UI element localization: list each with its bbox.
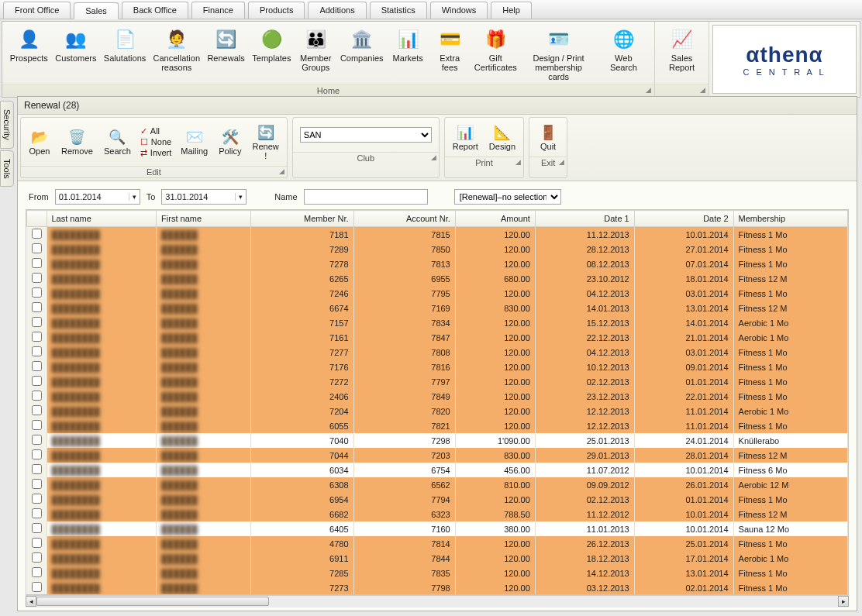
- row-checkbox[interactable]: [32, 317, 42, 327]
- from-date-input[interactable]: 01.01.2014▾: [55, 189, 140, 205]
- data-grid[interactable]: Last nameFirst nameMember Nr.Account Nr.…: [26, 209, 849, 595]
- salutations-button[interactable]: 📄Salutations: [101, 25, 149, 84]
- col-last-name[interactable]: Last name: [47, 211, 157, 227]
- table-row[interactable]: ██████████████72047820120.0012.12.201311…: [27, 404, 848, 418]
- table-row[interactable]: ██████████████72777808120.0004.12.201303…: [27, 345, 848, 360]
- table-row[interactable]: ██████████████69117844120.0018.12.201317…: [27, 551, 848, 566]
- prospects-button[interactable]: 👤Prospects: [7, 25, 51, 84]
- member-button[interactable]: 👪Member Groups: [295, 25, 336, 84]
- templates-button[interactable]: 🟢Templates: [250, 25, 295, 84]
- to-date-input[interactable]: 31.01.2014▾: [161, 189, 247, 205]
- menu-tab-windows[interactable]: Windows: [430, 2, 488, 19]
- table-row[interactable]: ██████████████72727797120.0002.12.201301…: [27, 374, 848, 389]
- remove-button[interactable]: 🗑️Remove: [57, 126, 98, 158]
- design-print-button[interactable]: 🪪Design / Print membership cards: [522, 25, 596, 84]
- gift-button[interactable]: 🎁Gift Certificates: [471, 25, 519, 84]
- table-row[interactable]: ██████████████60557821120.0012.12.201311…: [27, 418, 848, 433]
- renew-button[interactable]: 🔄Renew !: [248, 121, 284, 163]
- side-tab-security[interactable]: Security: [0, 101, 14, 149]
- cancellation-button[interactable]: 🧑‍💼Cancellation reasons: [150, 25, 203, 84]
- markets-button[interactable]: 📊Markets: [388, 25, 428, 84]
- col-check[interactable]: [27, 211, 47, 227]
- col-date-[interactable]: Date 1: [535, 211, 634, 227]
- side-tab-tools[interactable]: Tools: [0, 150, 14, 188]
- row-checkbox[interactable]: [32, 273, 42, 283]
- table-row[interactable]: ██████████████72857835120.0014.12.201313…: [27, 566, 848, 580]
- row-checkbox[interactable]: [32, 449, 42, 459]
- menu-tab-statistics[interactable]: Statistics: [370, 2, 427, 19]
- row-checkbox[interactable]: [32, 332, 42, 342]
- table-row[interactable]: ██████████████60346754456.0011.07.201210…: [27, 463, 848, 477]
- design-button[interactable]: 📐Design: [484, 121, 520, 153]
- table-row[interactable]: ██████████████71577834120.0015.12.201314…: [27, 315, 848, 330]
- mailing-button[interactable]: ✉️Mailing: [176, 126, 212, 158]
- scroll-right-icon[interactable]: ▸: [838, 596, 849, 607]
- menu-tab-finance[interactable]: Finance: [191, 2, 245, 19]
- chevron-down-icon[interactable]: ▾: [129, 193, 136, 201]
- table-row[interactable]: ██████████████72737798120.0003.12.201302…: [27, 580, 848, 595]
- col-date-[interactable]: Date 2: [634, 211, 733, 227]
- row-checkbox[interactable]: [32, 391, 42, 401]
- table-row[interactable]: ██████████████66747169830.0014.01.201313…: [27, 301, 848, 315]
- row-checkbox[interactable]: [32, 243, 42, 253]
- scroll-thumb[interactable]: [36, 597, 269, 606]
- select-all[interactable]: ✓All: [140, 126, 172, 136]
- select-none[interactable]: ☐None: [140, 137, 172, 147]
- menu-tab-products[interactable]: Products: [248, 2, 305, 19]
- table-row[interactable]: ██████████████71817815120.0011.12.201310…: [27, 227, 848, 243]
- customers-button[interactable]: 👥Customers: [53, 25, 100, 84]
- expand-icon[interactable]: ◢: [646, 86, 651, 94]
- club-select[interactable]: SAN: [300, 127, 432, 143]
- row-checkbox[interactable]: [32, 420, 42, 430]
- table-row[interactable]: ██████████████24067849120.0023.12.201322…: [27, 389, 848, 404]
- row-checkbox[interactable]: [32, 258, 42, 268]
- col-member-nr-[interactable]: Member Nr.: [251, 211, 353, 227]
- table-row[interactable]: ██████████████72787813120.0008.12.201307…: [27, 256, 848, 271]
- table-row[interactable]: ██████████████72467795120.0004.12.201303…: [27, 286, 848, 301]
- col-amount[interactable]: Amount: [455, 211, 535, 227]
- select-invert[interactable]: ⇄Invert: [140, 148, 172, 158]
- table-row[interactable]: ██████████████69547794120.0002.12.201301…: [27, 492, 848, 507]
- table-row[interactable]: ██████████████71617847120.0022.12.201321…: [27, 330, 848, 345]
- table-row[interactable]: ██████████████66826323788.5011.12.201210…: [27, 507, 848, 521]
- table-row[interactable]: ██████████████62656955680.0023.10.201218…: [27, 271, 848, 286]
- menu-tab-additions[interactable]: Additions: [308, 2, 366, 19]
- row-checkbox[interactable]: [32, 567, 42, 577]
- row-checkbox[interactable]: [32, 494, 42, 504]
- scroll-left-icon[interactable]: ◂: [26, 596, 36, 607]
- renewals-button[interactable]: 🔄Renewals: [205, 25, 248, 84]
- renewal-selection[interactable]: [Renewal]–no selection–: [454, 189, 561, 205]
- col-first-name[interactable]: First name: [157, 211, 251, 227]
- policy-button[interactable]: 🛠️Policy: [214, 126, 246, 158]
- row-checkbox[interactable]: [32, 552, 42, 563]
- table-row[interactable]: ██████████████64057160380.0011.01.201310…: [27, 521, 848, 536]
- row-checkbox[interactable]: [32, 346, 42, 356]
- companies-button[interactable]: 🏛️Companies: [337, 25, 386, 84]
- row-checkbox[interactable]: [32, 582, 42, 592]
- row-checkbox[interactable]: [32, 376, 42, 386]
- table-row[interactable]: ██████████████72897850120.0028.12.201327…: [27, 242, 848, 256]
- chevron-down-icon[interactable]: ▾: [235, 193, 243, 201]
- table-row[interactable]: ██████████████71767816120.0010.12.201309…: [27, 360, 848, 374]
- menu-tab-help[interactable]: Help: [491, 2, 532, 19]
- row-checkbox[interactable]: [32, 508, 42, 518]
- row-checkbox[interactable]: [32, 302, 42, 312]
- menu-tab-back-office[interactable]: Back Office: [122, 2, 188, 19]
- row-checkbox[interactable]: [32, 523, 42, 533]
- sales-report-button[interactable]: 📈 Sales Report: [662, 25, 702, 84]
- col-membership[interactable]: Membership: [733, 211, 847, 227]
- row-checkbox[interactable]: [32, 361, 42, 371]
- row-checkbox[interactable]: [32, 229, 42, 239]
- open-button[interactable]: 📂Open: [24, 126, 55, 158]
- table-row[interactable]: ██████████████70447203830.0029.01.201328…: [27, 448, 848, 463]
- col-account-nr-[interactable]: Account Nr.: [353, 211, 455, 227]
- search-button[interactable]: 🔍Search: [99, 126, 136, 158]
- expand-icon[interactable]: ◢: [700, 86, 705, 94]
- table-row[interactable]: ██████████████63086562810.0009.09.201226…: [27, 477, 848, 492]
- row-checkbox[interactable]: [32, 538, 42, 548]
- menu-tab-front-office[interactable]: Front Office: [3, 2, 71, 19]
- table-row[interactable]: ██████████████47807814120.0026.12.201325…: [27, 536, 848, 551]
- row-checkbox[interactable]: [32, 287, 42, 298]
- web-search-button[interactable]: 🌐Web Search: [598, 25, 650, 84]
- h-scrollbar[interactable]: ◂ ▸: [26, 595, 849, 607]
